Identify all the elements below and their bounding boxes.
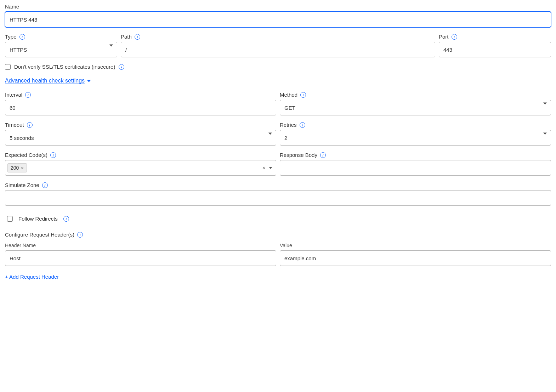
info-icon[interactable]: i [300, 122, 305, 128]
retries-label-text: Retries [280, 122, 297, 128]
name-label-text: Name [5, 4, 19, 10]
advanced-settings-toggle[interactable]: Advanced health check settings [5, 78, 91, 84]
follow-redirects-checkbox[interactable] [7, 216, 13, 222]
expected-codes-input[interactable]: 200 × × [5, 160, 276, 176]
port-label-text: Port [439, 34, 449, 40]
name-label: Name [5, 4, 551, 10]
type-label: Type i [5, 34, 117, 40]
info-icon[interactable]: i [63, 216, 69, 222]
follow-redirects-label: Follow Redirects [18, 216, 58, 222]
path-label-text: Path [121, 34, 132, 40]
info-icon[interactable]: i [452, 34, 457, 40]
info-icon[interactable]: i [50, 152, 56, 158]
type-label-text: Type [5, 34, 17, 40]
type-select[interactable]: HTTPS [5, 42, 117, 57]
info-icon[interactable]: i [27, 122, 33, 128]
ssl-verify-checkbox[interactable] [5, 64, 11, 70]
configure-headers-text: Configure Request Header(s) [5, 232, 74, 238]
simulate-zone-label: Simulate Zone i [5, 182, 551, 188]
path-input[interactable] [121, 42, 435, 57]
method-select[interactable]: GET [280, 100, 551, 115]
info-icon[interactable]: i [77, 232, 83, 238]
info-icon[interactable]: i [320, 152, 326, 158]
response-body-label-text: Response Body [280, 152, 317, 158]
interval-label-text: Interval [5, 92, 22, 98]
expected-code-tag-text: 200 [11, 165, 19, 171]
response-body-input[interactable] [280, 160, 551, 176]
add-request-header-link[interactable]: + Add Request Header [5, 274, 59, 280]
interval-label: Interval i [5, 92, 276, 98]
info-icon[interactable]: i [300, 92, 306, 98]
timeout-select[interactable]: 5 seconds [5, 130, 276, 146]
info-icon[interactable]: i [42, 182, 48, 188]
method-label-text: Method [280, 92, 297, 98]
ssl-verify-label: Don't verify SSL/TLS certificates (insec… [14, 64, 115, 70]
info-icon[interactable]: i [25, 92, 31, 98]
divider [5, 282, 551, 282]
expected-codes-label-text: Expected Code(s) [5, 152, 47, 158]
response-body-label: Response Body i [280, 152, 551, 158]
name-input[interactable] [5, 12, 551, 27]
info-icon[interactable]: i [19, 34, 25, 40]
timeout-label-text: Timeout [5, 122, 24, 128]
type-select-value: HTTPS [10, 47, 27, 53]
retries-select[interactable]: 2 [280, 130, 551, 146]
header-value-col-label: Value [280, 243, 551, 248]
expected-codes-label: Expected Code(s) i [5, 152, 276, 158]
header-name-input[interactable] [5, 250, 276, 266]
header-value-input[interactable] [280, 250, 551, 266]
timeout-label: Timeout i [5, 122, 276, 128]
simulate-zone-label-text: Simulate Zone [5, 182, 39, 188]
retries-select-value: 2 [284, 135, 287, 141]
tag-remove-icon[interactable]: × [21, 165, 24, 171]
timeout-select-value: 5 seconds [10, 135, 34, 141]
path-label: Path i [121, 34, 435, 40]
chevron-down-icon[interactable] [269, 167, 272, 169]
header-name-col-label: Header Name [5, 243, 276, 248]
clear-all-icon[interactable]: × [262, 165, 265, 171]
configure-headers-label: Configure Request Header(s) i [5, 232, 551, 238]
info-icon[interactable]: i [135, 34, 140, 40]
port-label: Port i [439, 34, 551, 40]
method-select-value: GET [284, 105, 295, 111]
caret-down-icon [87, 80, 91, 82]
interval-input[interactable] [5, 100, 276, 115]
port-input[interactable] [439, 42, 551, 57]
retries-label: Retries i [280, 122, 551, 128]
advanced-settings-label: Advanced health check settings [5, 78, 85, 84]
simulate-zone-input[interactable] [5, 190, 551, 206]
method-label: Method i [280, 92, 551, 98]
expected-code-tag: 200 × [7, 163, 27, 172]
info-icon[interactable]: i [119, 64, 124, 70]
